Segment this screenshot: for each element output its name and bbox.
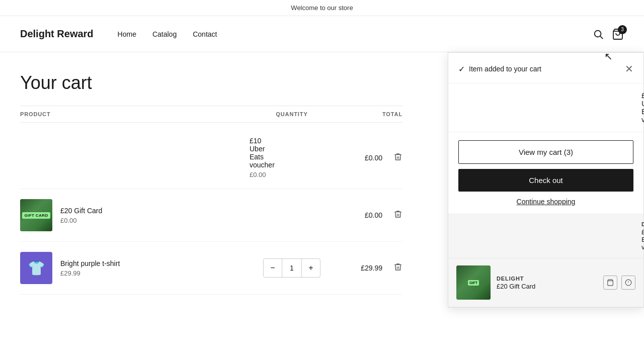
qty-value: 1 [282,259,302,277]
product-card-info: DELIGHT £10 Uber Eats voucher [641,221,644,251]
header-left: Delight Reward Home Catalog Contact [20,28,217,40]
search-icon [593,29,604,40]
added-text: Item added to your cart [469,65,541,73]
close-dropdown-button[interactable]: ✕ [625,63,633,75]
cart-item: £10 Uber Eats voucher £0.00 £0.00 [20,127,403,189]
cart-page: Your cart PRODUCT QUANTITY TOTAL £10 Ube… [0,52,423,361]
banner-text: Welcome to our store [291,4,353,12]
cart-item-details: £10 Uber Eats voucher £0.00 [250,137,275,178]
shirt-emoji: 👕 [28,260,45,277]
dropdown-header-left: ✓ Item added to your cart [458,64,541,74]
header: Delight Reward Home Catalog Contact 3 [0,16,644,52]
cart-title: Your cart [20,72,403,94]
shopping-bag-icon [607,279,614,286]
cart-item-details: £20 Gift Card £0.00 [60,207,102,224]
info-circle-icon [625,279,632,286]
product-brand: DELIGHT [641,221,644,227]
cart-add-icon[interactable] [603,276,617,290]
product-name: £20 Gift Card [497,283,597,290]
search-button[interactable] [593,29,604,40]
dropdown-header: ✓ Item added to your cart ✕ [448,53,643,83]
cart-item-name: £10 Uber Eats voucher [250,137,275,169]
product-name: £10 Uber Eats voucher [641,228,644,251]
cart-item-info: £10 Uber Eats voucher £0.00 [20,137,242,178]
cart-item-name: Bright purple t-shirt [60,259,120,267]
gift-label: GIFT CARD [22,212,50,219]
cart-item-name: £20 Gift Card [60,207,102,215]
nav-home[interactable]: Home [118,30,136,38]
cart-item-price: £29.99 [60,269,120,277]
cart-item-details: Bright purple t-shirt £29.99 [60,259,120,277]
check-icon: ✓ [458,64,465,74]
header-icons: 3 [593,28,624,40]
gift-card-label: GIFT [468,280,479,286]
info-icon[interactable] [621,276,635,290]
cart-table-header: PRODUCT QUANTITY TOTAL [20,106,403,123]
cart-item-image-gift: GIFT CARD [20,199,52,231]
cart-item-info: 👕 Bright purple t-shirt £29.99 [20,252,242,284]
svg-point-0 [595,30,601,37]
nav: Home Catalog Contact [118,30,217,38]
cart-item-price: £0.00 [60,217,102,224]
logo[interactable]: Delight Reward [20,28,94,40]
cart-item-price: £0.00 [250,171,275,178]
cart-badge: 3 [618,25,627,34]
delete-item-button[interactable] [393,262,403,274]
cart-item: 👕 Bright purple t-shirt £29.99 − 1 + £29… [20,242,403,295]
top-banner: Welcome to our store [0,0,644,16]
nav-contact[interactable]: Contact [193,30,217,38]
dropdown-product-card: DELIGHT £10 Uber Eats voucher [448,214,643,258]
product-card-icons [603,276,635,290]
dropdown-products: DELIGHT £10 Uber Eats voucher [448,214,643,307]
cart-item-image-shirt: 👕 [20,252,52,284]
qty-decrease-button[interactable]: − [264,259,282,277]
trash-icon [393,262,403,272]
delete-item-button[interactable] [393,152,403,163]
quantity-control: − 1 + [263,258,320,278]
cart-button[interactable]: 3 [612,28,624,40]
col-product: PRODUCT [20,111,242,117]
delete-item-button[interactable] [393,210,403,221]
trash-icon [393,152,403,161]
checkout-button[interactable]: Check out [458,169,633,192]
dropdown-actions: View my cart (3) Check out Continue shop… [448,132,643,214]
nav-catalog[interactable]: Catalog [152,30,177,38]
continue-shopping-link[interactable]: Continue shopping [458,198,633,206]
product-card-image-gift: GIFT [456,265,491,300]
col-quantity: QUANTITY [242,111,342,117]
product-brand: DELIGHT [497,276,597,282]
trash-icon [393,210,403,219]
main-area: Your cart PRODUCT QUANTITY TOTAL £10 Ube… [0,52,644,361]
cart-item-qty: − 1 + [242,258,342,278]
svg-line-1 [600,36,603,39]
col-total: TOTAL [342,111,403,117]
cart-item-info: GIFT CARD £20 Gift Card £0.00 [20,199,242,231]
qty-increase-button[interactable]: + [302,259,320,277]
dropdown-added-item: £10 Uber Eats voucher [448,83,643,132]
dropdown-product-card: GIFT DELIGHT £20 Gift Card [448,258,643,307]
dropdown-item-name: £10 Uber Eats voucher [641,92,644,124]
cart-dropdown: ✓ Item added to your cart ✕ £10 Uber Eat… [448,52,644,308]
view-cart-button[interactable]: View my cart (3) [458,140,633,164]
cart-item: GIFT CARD £20 Gift Card £0.00 £0.00 [20,189,403,242]
product-card-info: DELIGHT £20 Gift Card [497,276,597,290]
